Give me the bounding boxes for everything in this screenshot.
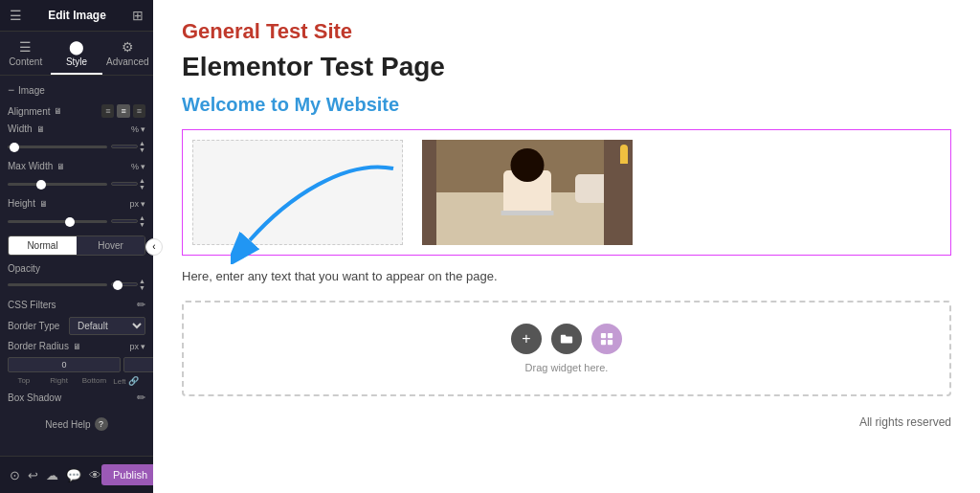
height-chevron: ▾ — [141, 199, 145, 209]
opacity-label: Opacity — [8, 263, 145, 274]
panel-content: Image Alignment 🖥 ≡ ≡ ≡ Width 🖥 — [0, 76, 153, 456]
drop-zone[interactable]: + Drag widget here. — [182, 301, 951, 396]
height-slider-row: ▲ ▼ — [8, 214, 145, 228]
border-right-label: Right — [43, 376, 76, 386]
width-up[interactable]: ▲ — [139, 140, 145, 146]
tab-style-label: Style — [66, 56, 87, 67]
folder-btn[interactable] — [551, 324, 582, 354]
border-radius-top[interactable] — [8, 357, 121, 372]
border-radius-chevron: ▾ — [141, 342, 145, 351]
left-panel: ☰ Edit Image ⊞ ☰ Content ⬤ Style ⚙ Advan… — [0, 0, 153, 493]
bottom-icons: ⊙ ↩ ☁ 💬 👁 — [10, 468, 101, 482]
border-bottom-label: Bottom — [78, 376, 111, 386]
content-tab-icon: ☰ — [19, 39, 32, 55]
opacity-up[interactable]: ▲ — [139, 278, 145, 284]
alignment-control: Alignment 🖥 ≡ ≡ ≡ — [8, 104, 145, 118]
panel-tabs: ☰ Content ⬤ Style ⚙ Advanced — [0, 32, 153, 76]
max-width-control: Max Width 🖥 % ▾ — [8, 161, 145, 171]
text-content: Here, enter any text that you want to ap… — [182, 269, 951, 283]
cloud-icon[interactable]: ☁ — [46, 468, 58, 482]
border-type-control: Border Type Default Solid Dashed Dotted … — [8, 317, 145, 335]
svg-rect-4 — [608, 340, 612, 345]
grid-widget-btn[interactable] — [591, 324, 622, 354]
tab-advanced[interactable]: ⚙ Advanced — [102, 32, 153, 75]
image-widget[interactable] — [182, 129, 951, 256]
width-slider-row: ▲ ▼ — [8, 140, 145, 153]
border-type-label: Border Type — [8, 321, 59, 331]
tab-advanced-label: Advanced — [106, 56, 148, 67]
drop-zone-buttons: + — [511, 324, 622, 354]
height-down[interactable]: ▼ — [139, 221, 145, 228]
style-tab-icon: ⬤ — [69, 39, 84, 55]
max-width-up[interactable]: ▲ — [139, 177, 145, 184]
alignment-label: Alignment 🖥 — [8, 106, 62, 117]
opacity-down[interactable]: ▼ — [139, 284, 145, 291]
align-center-btn[interactable]: ≡ — [117, 104, 129, 118]
drop-zone-label: Drag widget here. — [525, 362, 609, 373]
tab-content[interactable]: ☰ Content — [0, 32, 51, 75]
border-type-select[interactable]: Default Solid Dashed Dotted Double None — [69, 317, 145, 335]
page-title: Elementor Test Page — [182, 52, 951, 82]
collapse-panel-btn[interactable]: ‹ — [145, 238, 163, 256]
width-slider[interactable] — [8, 146, 107, 148]
need-help-section: Need Help ? — [8, 410, 145, 438]
css-filters-edit-icon[interactable]: ✏ — [137, 299, 145, 311]
border-radius-label: Border Radius 🖥 — [8, 341, 81, 351]
svg-rect-1 — [601, 333, 606, 338]
site-title: General Test Site — [182, 19, 951, 44]
grid-icon[interactable]: ⊞ — [132, 8, 144, 23]
box-shadow-control: Box Shadow ✏ — [8, 392, 145, 404]
svg-rect-2 — [608, 333, 612, 338]
align-left-btn[interactable]: ≡ — [101, 104, 114, 118]
add-widget-btn[interactable]: + — [511, 324, 542, 354]
border-left-label: Left 🔗 — [113, 376, 145, 386]
history-icon[interactable]: ⊙ — [10, 468, 20, 482]
max-width-slider[interactable] — [8, 183, 107, 186]
width-chevron: ▾ — [141, 124, 145, 134]
box-shadow-edit-icon[interactable]: ✏ — [137, 392, 145, 404]
height-unit: px — [129, 199, 139, 209]
height-value[interactable] — [111, 219, 138, 223]
panel-header: ☰ Edit Image ⊞ — [0, 0, 153, 32]
publish-button[interactable]: Publish — [101, 464, 159, 485]
css-filters-label: CSS Filters — [8, 300, 56, 310]
opacity-slider[interactable] — [8, 283, 107, 286]
normal-hover-toggle: Normal Hover — [8, 235, 145, 256]
width-down[interactable]: ▼ — [139, 146, 145, 153]
border-radius-inputs — [8, 357, 145, 372]
normal-btn[interactable]: Normal — [9, 236, 77, 255]
height-label: Height 🖥 — [8, 198, 48, 209]
width-unit: % — [131, 124, 139, 134]
svg-rect-3 — [601, 340, 606, 345]
tab-content-label: Content — [9, 56, 42, 67]
height-up[interactable]: ▲ — [139, 214, 145, 221]
height-control: Height 🖥 px ▾ — [8, 198, 145, 209]
opacity-slider-row: ▲ ▼ — [8, 278, 145, 291]
image-section-title: Image — [8, 83, 145, 97]
link-icon[interactable]: 🔗 — [128, 376, 139, 386]
hover-btn[interactable]: Hover — [77, 236, 145, 255]
border-radius-right[interactable] — [123, 357, 153, 372]
undo-icon[interactable]: ↩ — [28, 468, 38, 482]
tab-style[interactable]: ⬤ Style — [51, 32, 101, 75]
alignment-monitor-icon: 🖥 — [54, 106, 62, 116]
image-photo — [422, 140, 633, 245]
max-width-down[interactable]: ▼ — [139, 184, 145, 190]
chat-icon[interactable]: 💬 — [66, 468, 81, 482]
border-top-label: Top — [8, 376, 40, 386]
max-width-monitor-icon: 🖥 — [56, 162, 65, 171]
help-icon[interactable]: ? — [95, 417, 108, 431]
hamburger-icon[interactable]: ☰ — [10, 8, 22, 23]
width-value[interactable] — [111, 145, 138, 148]
panel-title: Edit Image — [48, 9, 106, 22]
align-right-btn[interactable]: ≡ — [133, 104, 145, 118]
height-monitor-icon: 🖥 — [39, 199, 48, 209]
advanced-tab-icon: ⚙ — [122, 39, 134, 55]
eye-icon[interactable]: 👁 — [89, 468, 101, 482]
height-slider[interactable] — [8, 220, 107, 223]
width-label: Width 🖥 — [8, 123, 45, 134]
max-width-slider-row: ▲ ▼ — [8, 177, 145, 190]
max-width-value[interactable] — [111, 182, 138, 186]
border-radius-labels: Top Right Bottom Left 🔗 — [8, 376, 145, 386]
max-width-chevron: ▾ — [141, 162, 145, 171]
